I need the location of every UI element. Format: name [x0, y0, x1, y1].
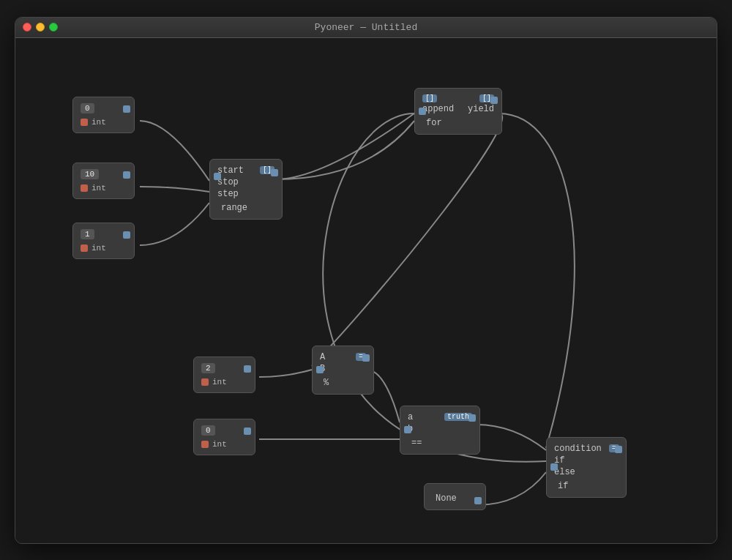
int0b-value: 0: [201, 425, 215, 436]
node-int-0b[interactable]: 0 int: [193, 419, 255, 455]
int1-value: 1: [81, 229, 94, 239]
range-left-port[interactable]: [214, 173, 221, 180]
int10-label: int: [81, 184, 127, 193]
minimize-button[interactable]: [36, 23, 45, 31]
node-range[interactable]: start [] stop step range: [209, 159, 283, 220]
titlebar: Pyoneer — Untitled: [15, 18, 717, 38]
close-button[interactable]: [23, 23, 31, 31]
int1-dot: [81, 244, 88, 252]
mod-label: %: [320, 378, 366, 388]
maximize-button[interactable]: [49, 23, 58, 31]
none-output-port[interactable]: [474, 497, 482, 504]
node-int-10[interactable]: 10 int: [72, 163, 135, 199]
node-for[interactable]: [] [] append yield for: [414, 88, 502, 135]
if-left-port[interactable]: [550, 463, 558, 471]
for-row-top: [] []: [422, 94, 494, 102]
for-label: for: [422, 118, 494, 128]
mod-row-a: A =: [320, 352, 366, 362]
mod-left-port[interactable]: [316, 366, 324, 373]
int10-value: 10: [81, 169, 99, 179]
node-none[interactable]: None: [424, 483, 486, 510]
int0b-dot: [201, 441, 209, 448]
if-output-port[interactable]: [615, 446, 622, 453]
int0-label: int: [81, 118, 127, 127]
eq-row-b: b: [408, 424, 472, 434]
range-row-start: start []: [217, 165, 274, 176]
node-if[interactable]: condition = if else if: [546, 437, 627, 498]
int1-output-port[interactable]: [123, 231, 130, 239]
window-title: Pyoneer — Untitled: [315, 22, 417, 33]
for-input-port-left[interactable]: [419, 108, 426, 115]
range-row-stop: stop: [217, 177, 274, 187]
mod-row-b: B: [320, 364, 366, 374]
int2-label: int: [201, 378, 247, 387]
int2-value: 2: [201, 363, 215, 373]
canvas: 0 int 10 int 1: [15, 38, 717, 543]
for-output-port[interactable]: [490, 97, 498, 104]
node-eq[interactable]: a truth b ==: [400, 406, 480, 455]
node-mod[interactable]: A = B %: [312, 346, 374, 395]
window: Pyoneer — Untitled: [15, 17, 717, 544]
node-int-0[interactable]: 0 int: [72, 97, 135, 133]
if-row-else: else: [554, 467, 619, 477]
int1-label: int: [81, 244, 127, 253]
int0-dot: [81, 119, 88, 126]
if-label: if: [554, 481, 619, 491]
node-int-1[interactable]: 1 int: [72, 223, 135, 259]
int0b-label: int: [201, 440, 247, 449]
range-output-port[interactable]: [271, 169, 278, 176]
for-row-append: append yield: [422, 104, 494, 114]
int0-output-port[interactable]: [123, 105, 130, 113]
int10-output-port[interactable]: [123, 171, 130, 179]
if-row-if: if: [554, 455, 619, 466]
range-label: range: [217, 203, 274, 213]
none-label: None: [432, 493, 478, 504]
eq-output-port[interactable]: [468, 414, 476, 422]
if-row-condition: condition =: [554, 444, 619, 454]
int2-output-port[interactable]: [244, 365, 251, 373]
eq-label: ==: [408, 438, 472, 448]
traffic-lights: [23, 23, 58, 31]
mod-output-port[interactable]: [362, 354, 370, 362]
int10-dot: [81, 184, 88, 192]
range-row-step: step: [217, 189, 274, 199]
int2-dot: [201, 378, 209, 386]
node-int-2[interactable]: 2 int: [193, 356, 255, 393]
eq-row-a: a truth: [408, 412, 472, 422]
int0-value: 0: [81, 103, 94, 113]
eq-left-port[interactable]: [404, 426, 411, 433]
int0b-output-port[interactable]: [244, 428, 251, 435]
